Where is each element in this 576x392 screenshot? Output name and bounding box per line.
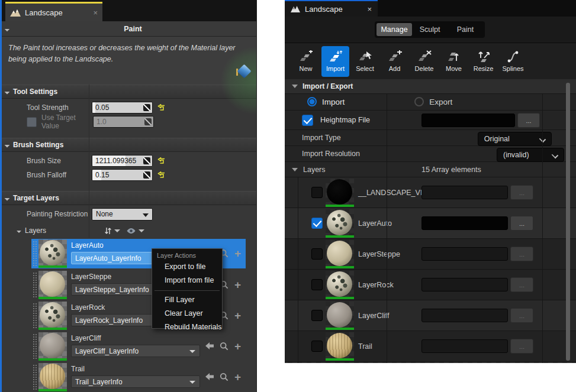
layer-thumbnail[interactable]	[326, 302, 354, 330]
layer-info-dropdown[interactable]: Trail_LayerInfo	[71, 375, 200, 388]
menu-item-clear-layer[interactable]: Clear Layer	[152, 307, 222, 321]
tool-move-button[interactable]: Move	[440, 46, 468, 77]
import-radio[interactable]	[307, 97, 317, 106]
tool-import-button[interactable]: Import	[321, 46, 349, 77]
layer-thumbnail[interactable]	[326, 332, 354, 361]
layer-thumbnail[interactable]	[326, 271, 354, 299]
layer-info-input[interactable]	[421, 247, 508, 261]
left-landscape-tab[interactable]: Landscape ×	[5, 2, 102, 21]
drag-handle[interactable]	[33, 241, 38, 267]
layer-info-input[interactable]	[421, 278, 508, 291]
brush-settings-header[interactable]: Brush Settings	[0, 138, 256, 152]
tool-splines-button[interactable]: Splines	[499, 46, 527, 77]
mode-paint[interactable]: Paint	[448, 23, 483, 36]
layer-thumbnail[interactable]	[38, 271, 67, 299]
spinner-drag-icon[interactable]	[143, 157, 150, 164]
find-in-browser-icon[interactable]	[220, 372, 229, 381]
export-radio[interactable]	[414, 97, 424, 106]
import-resolution-dropdown[interactable]: (invalid)	[497, 148, 564, 162]
tool-add-button[interactable]: Add	[381, 46, 408, 77]
drag-handle[interactable]	[33, 303, 38, 329]
layer-browse-button[interactable]: ...	[510, 216, 533, 231]
right-landscape-tab[interactable]: Landscape ×	[285, 0, 378, 17]
spinner-drag-icon[interactable]	[143, 171, 150, 179]
reset-to-default-icon[interactable]	[157, 171, 166, 179]
import-export-category[interactable]: Import / Export	[285, 79, 576, 94]
drag-handle[interactable]	[33, 272, 38, 298]
import-type-dropdown[interactable]: Original	[478, 132, 552, 146]
layer-info-input[interactable]	[421, 339, 508, 353]
layer-row-layercliff[interactable]: LayerCliff ...	[285, 300, 576, 331]
use-target-checkbox[interactable]	[27, 117, 37, 127]
vertical-scrollbar[interactable]	[566, 83, 570, 361]
heightmap-browse-button[interactable]: ...	[517, 113, 540, 128]
layer-checkbox[interactable]	[311, 310, 323, 321]
tool-strength-input[interactable]: 0.05	[92, 102, 153, 114]
layer-checkbox[interactable]	[311, 187, 323, 198]
layer-thumbnail[interactable]	[38, 239, 67, 268]
layer-row-layersteppe[interactable]: LayerSteppe ...	[285, 239, 576, 270]
menu-item-export-to-file[interactable]: Export to file	[152, 261, 222, 274]
layer-thumbnail[interactable]	[326, 179, 354, 207]
layer-visibility-button[interactable]	[126, 228, 144, 234]
layer-browse-button[interactable]: ...	[510, 339, 533, 354]
tool-delete-button[interactable]: Delete	[410, 46, 438, 77]
layer-checkbox[interactable]	[311, 218, 323, 229]
create-layer-info-button[interactable]: +	[234, 249, 241, 258]
drag-handle[interactable]	[33, 333, 38, 359]
create-layer-info-button[interactable]: +	[234, 372, 241, 382]
layer-thumbnail[interactable]	[326, 240, 354, 268]
layer-row-layerrock[interactable]: LayerRock ...	[285, 270, 576, 300]
layer-info-dropdown[interactable]: LayerCliff_LayerInfo	[71, 345, 200, 357]
reset-to-default-icon[interactable]	[157, 104, 166, 112]
drag-handle[interactable]	[33, 364, 38, 390]
menu-item-rebuild-materials[interactable]: Rebuild Materials	[152, 321, 222, 335]
layer-row-layerauto[interactable]: LayerAuto ...	[285, 208, 576, 239]
menu-item-import-from-file[interactable]: Import from file	[152, 274, 222, 288]
layer-thumbnail[interactable]	[38, 302, 67, 330]
tool-select-button[interactable]: Select	[351, 46, 379, 77]
tool-settings-header[interactable]: Tool Settings	[0, 85, 256, 99]
heightmap-file-input[interactable]	[421, 114, 515, 127]
find-in-browser-icon[interactable]	[220, 342, 229, 351]
tool-new-button[interactable]: New	[292, 46, 320, 77]
target-layers-header[interactable]: Target Layers	[0, 191, 256, 205]
tool-resize-button[interactable]: Resize	[469, 46, 497, 77]
layer-browse-button[interactable]: ...	[510, 247, 533, 261]
assign-from-selection-icon[interactable]	[205, 342, 214, 350]
layer-browse-button[interactable]: ...	[510, 277, 533, 292]
layer-thumbnail[interactable]	[38, 363, 67, 391]
reset-to-default-icon[interactable]	[157, 157, 166, 165]
layer-row-layercliff[interactable]: LayerCliff LayerCliff_LayerInfo +	[31, 332, 246, 361]
layer-row-landscape-vis[interactable]: __LANDSCAPE_VIS ...	[285, 177, 576, 208]
sort-layers-button[interactable]	[104, 227, 120, 235]
mode-manage[interactable]: Manage	[377, 23, 412, 36]
paint-mode-header[interactable]: Paint	[0, 21, 256, 37]
layer-browse-button[interactable]: ...	[510, 185, 533, 200]
layer-info-input[interactable]	[421, 309, 508, 322]
heightmap-checkbox[interactable]	[302, 115, 313, 126]
spinner-drag-icon[interactable]	[143, 104, 150, 111]
menu-item-fill-layer[interactable]: Fill Layer	[152, 294, 222, 307]
layer-checkbox[interactable]	[311, 279, 323, 290]
layer-info-input[interactable]	[421, 186, 508, 199]
close-icon[interactable]: ×	[367, 5, 372, 14]
layer-checkbox[interactable]	[311, 248, 323, 260]
layer-row-trail[interactable]: Trail ...	[285, 331, 576, 362]
layer-thumbnail[interactable]	[38, 332, 67, 361]
mode-sculpt[interactable]: Sculpt	[412, 23, 448, 36]
close-icon[interactable]: ×	[93, 8, 98, 17]
layer-thumbnail[interactable]	[326, 209, 354, 238]
create-layer-info-button[interactable]: +	[234, 311, 241, 320]
create-layer-info-button[interactable]: +	[234, 280, 241, 290]
painting-restriction-dropdown[interactable]: None	[92, 208, 153, 221]
layer-info-input[interactable]	[421, 216, 508, 230]
layer-checkbox[interactable]	[311, 341, 323, 352]
brush-size-input[interactable]: 1211.099365	[92, 155, 153, 167]
create-layer-info-button[interactable]: +	[234, 342, 241, 351]
brush-falloff-input[interactable]: 0.15	[92, 169, 153, 181]
layer-browse-button[interactable]: ...	[510, 308, 533, 323]
layers-array-row[interactable]: Layers 15 Array elements	[285, 162, 576, 177]
assign-from-selection-icon[interactable]	[205, 372, 214, 381]
layer-row-trail[interactable]: Trail Trail_LayerInfo +	[31, 362, 246, 392]
